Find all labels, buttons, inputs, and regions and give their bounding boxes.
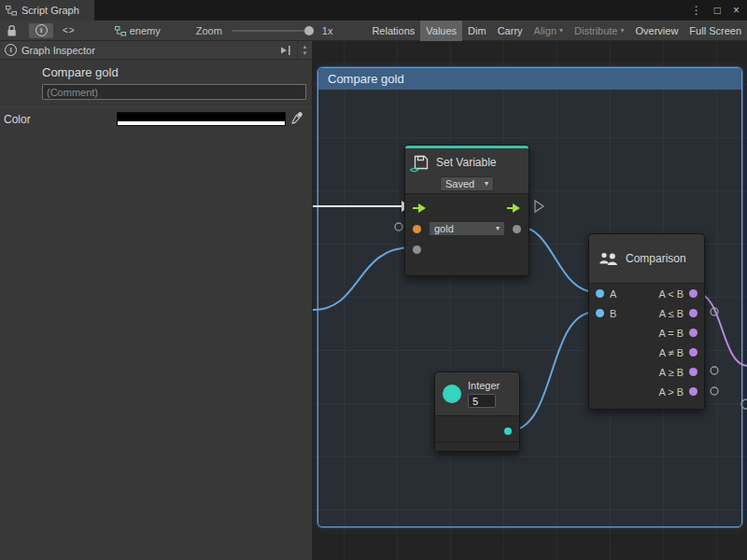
alpha-bar [118,121,285,125]
color-label: Color [4,113,31,126]
port-label: A = B [658,328,684,339]
variable-name-port[interactable] [413,225,421,233]
node-title: Comparison [626,252,686,265]
zoom-slider-handle[interactable] [304,26,314,35]
group-header[interactable]: Compare gold [318,68,741,90]
info-icon: i [5,44,17,56]
script-graph-icon [6,5,17,16]
node-title: Integer [468,380,500,391]
set-variable-icon: <> [413,154,430,171]
window-menu-icon[interactable]: ⋮ [691,4,702,17]
port-label: A ≤ B [659,308,684,319]
info-icon: i [35,24,48,36]
relations-button[interactable]: Relations [366,21,420,41]
distribute-dropdown-button[interactable]: Distribute ▾ [569,21,629,41]
maximize-icon[interactable]: □ [714,4,721,17]
color-field[interactable] [117,112,286,126]
flow-out-port[interactable] [507,203,521,214]
variable-name-value: gold [434,223,454,234]
fullscreen-button[interactable]: Full Screen [684,21,747,41]
code-view-button[interactable]: <> [63,25,76,35]
integer-value-field[interactable]: 5 [468,394,496,408]
comparison-row: A A < B [589,284,704,303]
scroll-up-icon[interactable]: ▲ [303,44,308,50]
code-icon: <> [63,25,76,35]
variable-dropdown[interactable]: gold ▾ [429,221,505,236]
dock-inspector-icon[interactable] [281,45,291,56]
graph-inspector-panel: Compare gold Color [0,60,313,560]
inspector-header-title: Graph Inspector [21,45,95,56]
tab-script-graph[interactable]: Script Graph [0,0,94,21]
node-comparison[interactable]: Comparison A A < B B A ≤ B [588,233,705,410]
distribute-label: Distribute [574,25,617,36]
comparison-row: A ≠ B [589,343,704,362]
integer-icon [443,385,461,403]
output-port-a-neq-b[interactable] [689,348,698,357]
integer-out-port[interactable] [504,427,512,435]
group-title: Compare gold [328,72,404,86]
tab-title: Script Graph [21,5,79,16]
graph-canvas[interactable]: Compare gold <> Set Variable [313,41,747,560]
output-port-a-lte-b[interactable] [689,309,698,317]
scroll-down-icon[interactable]: ▼ [303,50,308,57]
node-set-variable[interactable]: <> Set Variable Saved ▾ gold [404,145,529,276]
dim-button[interactable]: Dim [462,21,492,41]
variable-badge-icon: <> [410,165,418,175]
output-port-a-lt-b[interactable] [689,289,698,298]
graph-asset-name: enemy [130,25,161,36]
variable-kind-dropdown[interactable]: Saved ▾ [440,176,494,191]
graph-toolbar: i <> enemy Zoom 1x Relations Values Dim … [0,21,747,41]
overview-button[interactable]: Overview [630,21,684,41]
comparison-row: A ≥ B [589,362,704,382]
lock-icon[interactable] [6,24,18,37]
align-label: Align [534,25,557,36]
zoom-label: Zoom [196,25,222,36]
zoom-value: 1x [322,25,333,36]
comparison-icon [598,250,619,267]
window-controls: ⋮ □ × [691,0,740,21]
comparison-row: A > B [589,382,704,401]
comparison-row: A = B [589,323,704,343]
port-label: A ≠ B [659,347,684,358]
node-header[interactable]: Comparison [589,234,704,283]
output-port-a-eq-b[interactable] [689,329,698,337]
comment-input[interactable] [42,84,306,100]
window-titlebar: Script Graph ⋮ □ × [0,0,747,21]
inspector-scroll-arrows[interactable]: ▲ ▼ [297,41,312,59]
flow-in-port[interactable] [413,203,427,214]
inspector-toggle-button[interactable]: i [29,23,53,38]
output-port-a-gt-b[interactable] [689,387,698,396]
value-out-port[interactable] [513,225,521,233]
comparison-row: B A ≤ B [589,303,704,323]
node-footer [435,441,519,451]
chevron-down-icon: ▾ [485,180,488,188]
port-label: B [610,308,616,319]
output-port-a-gte-b[interactable] [689,368,698,376]
zoom-slider[interactable] [232,25,314,36]
port-label: A [610,288,616,300]
node-header[interactable]: Integer 5 [435,372,519,415]
input-b-port[interactable] [596,309,604,317]
align-dropdown-button[interactable]: Align ▾ [529,21,569,41]
node-header[interactable]: <> Set Variable [405,148,529,174]
node-integer[interactable]: Integer 5 [434,371,520,452]
chevron-down-icon: ▾ [496,225,500,232]
values-button[interactable]: Values [420,21,462,41]
close-icon[interactable]: × [733,4,740,17]
port-label: A < B [658,288,684,300]
graph-asset-icon [115,25,126,36]
zoom-slider-track[interactable] [232,30,314,32]
graph-title: Compare gold [42,65,119,79]
value-in-port[interactable] [413,245,421,254]
variable-kind-value: Saved [445,178,474,189]
chevron-down-icon: ▾ [559,27,563,35]
color-swatch [118,113,285,121]
graph-inspector-header: i Graph Inspector ▲ ▼ [0,41,313,60]
graph-asset-crumb[interactable]: enemy [115,25,161,36]
chevron-down-icon: ▾ [621,27,625,35]
eyedropper-icon[interactable] [290,111,303,124]
carry-button[interactable]: Carry [492,21,529,41]
port-label: A > B [658,386,684,398]
input-a-port[interactable] [596,289,604,298]
node-title: Set Variable [436,156,496,169]
